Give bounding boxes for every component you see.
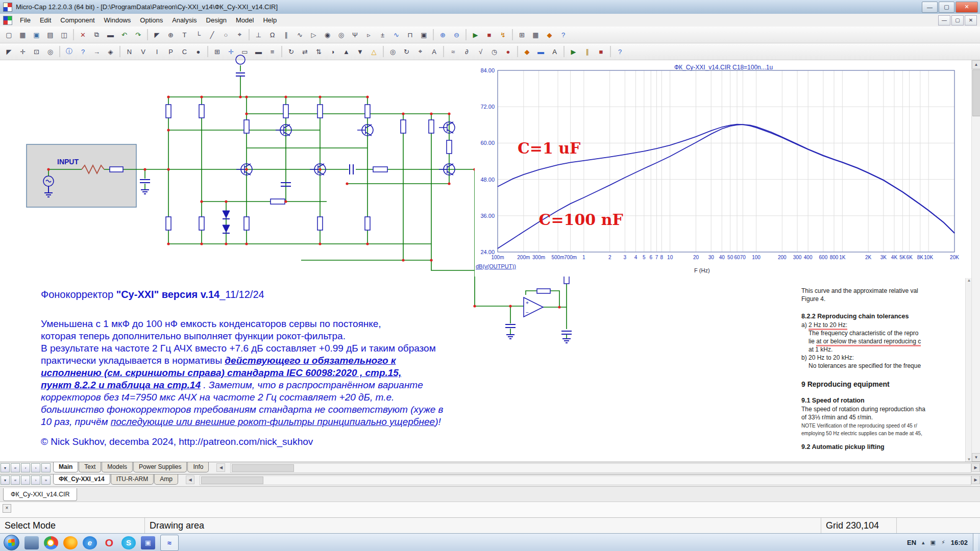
node-voltages-icon[interactable]: V (136, 45, 150, 59)
battery-component-icon[interactable]: ± (376, 28, 389, 42)
pause-icon[interactable]: ∥ (580, 45, 594, 59)
help-contents-icon[interactable]: ? (613, 45, 627, 59)
crosshair-icon[interactable]: ✛ (224, 45, 238, 59)
sine-source-component-icon[interactable]: ∿ (389, 28, 403, 42)
print-preview-icon[interactable]: ◫ (57, 28, 71, 42)
undo-icon[interactable]: ↶ (117, 28, 131, 42)
node-numbers-icon[interactable]: N (122, 45, 136, 59)
component-mode-icon[interactable]: ⊕ (164, 28, 178, 42)
probe-icon[interactable]: ↯ (496, 28, 510, 42)
mirror-horizontal-icon[interactable]: ⇄ (298, 45, 312, 59)
flip-icon[interactable]: ◑ (326, 45, 339, 59)
skype-icon[interactable]: S (121, 536, 136, 549)
tab-Main[interactable]: Main (53, 462, 78, 472)
point-to-point-icon[interactable]: → (90, 45, 104, 59)
border-toggle-icon[interactable]: ▦ (529, 28, 543, 42)
menu-help[interactable]: Help (258, 15, 281, 26)
tab-list-dropdown[interactable]: ▾ (1, 463, 10, 472)
scroll-up-icon[interactable]: ▲ (967, 278, 971, 283)
menu-model[interactable]: Model (231, 15, 258, 26)
help-icon[interactable]: ? (556, 28, 570, 42)
step-up-icon[interactable]: ▲ (339, 45, 353, 59)
tab-scroll-first[interactable]: « (11, 475, 20, 485)
goto-flag-icon[interactable]: ⌖ (413, 45, 427, 59)
tab-scroll-last[interactable]: » (41, 463, 51, 472)
menu-component[interactable]: Component (56, 15, 99, 26)
zoom-out-icon[interactable]: ⊖ (450, 28, 463, 42)
pulse-source-component-icon[interactable]: ⊓ (403, 28, 417, 42)
run-icon[interactable]: ▶ (567, 45, 580, 59)
title-block-icon[interactable]: ▬ (252, 45, 265, 59)
color-settings-icon[interactable]: ◆ (543, 28, 556, 42)
stepping-icon[interactable]: ≈ (446, 45, 460, 59)
mdi-close-button[interactable]: ✕ (965, 15, 977, 26)
info-mode-icon[interactable]: ⓘ (62, 45, 76, 59)
horizontal-scrollbar[interactable] (200, 475, 971, 485)
font-settings-icon[interactable]: A (548, 45, 561, 59)
tab-scroll-next[interactable]: › (31, 475, 40, 485)
display-icon[interactable]: ▣ (930, 539, 936, 546)
scroll-left-icon[interactable]: ◀ (186, 475, 194, 484)
chart-trace-label[interactable]: dB(v(OUTPUT)) (476, 263, 516, 269)
redo-icon[interactable]: ↷ (131, 28, 145, 42)
pnp-transistor-component-icon[interactable]: ◎ (334, 28, 348, 42)
close-button[interactable]: ✕ (955, 2, 978, 13)
mirror-vertical-icon[interactable]: ⇅ (312, 45, 326, 59)
close-icon[interactable]: × (3, 504, 11, 513)
microcap-icon[interactable]: ≈ (160, 535, 179, 551)
tab-Power Supplies[interactable]: Power Supplies (133, 462, 187, 472)
tab-scroll-last[interactable]: » (41, 475, 51, 485)
chrome-icon[interactable] (44, 536, 58, 549)
text-attributes-icon[interactable]: A (427, 45, 441, 59)
scroll-right-icon[interactable]: ▶ (971, 463, 980, 472)
save-file-icon[interactable]: ▣ (30, 28, 43, 42)
start-button[interactable] (4, 535, 19, 550)
show-desktop-button[interactable] (973, 534, 978, 551)
menu-windows[interactable]: Windows (100, 15, 136, 26)
region-select-icon[interactable]: ◈ (104, 45, 117, 59)
tab-ФК_Cy-XXI_v14[interactable]: ФК_Cy-XXI_v14 (53, 474, 110, 485)
npn-transistor-component-icon[interactable]: ◉ (321, 28, 334, 42)
grid-toggle-icon[interactable]: ⊞ (515, 28, 529, 42)
node-currents-icon[interactable]: I (150, 45, 164, 59)
clock[interactable]: 16:02 (951, 539, 968, 546)
scrollbar-thumb[interactable] (201, 477, 263, 484)
ground-component-icon[interactable]: ⊥ (252, 28, 265, 42)
new-file-icon[interactable]: ▢ (2, 28, 16, 42)
page-border-icon[interactable]: ▭ (238, 45, 252, 59)
tab-scroll-next[interactable]: › (31, 463, 40, 472)
save-icon[interactable]: ▣ (141, 536, 155, 549)
menu-options[interactable]: Options (135, 15, 167, 26)
cut-icon[interactable]: ✕ (76, 28, 90, 42)
pin-connections-icon[interactable]: ● (191, 45, 205, 59)
fill-color-icon[interactable]: ◆ (520, 45, 534, 59)
breakpoint-icon[interactable]: ● (501, 45, 515, 59)
analysis-plot[interactable]: ФК_Cy-XXI_v14.CIR C18=100n...1u 100m200m… (475, 63, 972, 277)
internet-explorer-icon[interactable]: e (83, 536, 97, 549)
rotate-icon[interactable]: ↻ (284, 45, 298, 59)
diagonal-wire-mode-icon[interactable]: ╱ (205, 28, 219, 42)
select-mode-icon[interactable]: ◤ (150, 28, 164, 42)
tab-scroll-prev[interactable]: ‹ (21, 463, 30, 472)
resistor-component-icon[interactable]: Ω (265, 28, 279, 42)
find-icon[interactable]: ◎ (386, 45, 400, 59)
macro-component-icon[interactable]: ▣ (417, 28, 431, 42)
scrollbar-thumb[interactable] (972, 69, 980, 116)
tab-Amp[interactable]: Amp (154, 474, 178, 485)
mdi-restore-button[interactable]: ▢ (951, 15, 964, 26)
language-indicator[interactable]: EN (907, 539, 916, 546)
tab-Models[interactable]: Models (102, 462, 133, 472)
vertical-scrollbar[interactable]: ▲ ▼ (971, 60, 980, 462)
pin-conditions-icon[interactable]: C (178, 45, 191, 59)
paste-icon[interactable]: ▬ (104, 28, 117, 42)
open-file-icon[interactable]: ▦ (16, 28, 30, 42)
scroll-right-icon[interactable]: ▶ (971, 475, 980, 484)
tab-scroll-prev[interactable]: ‹ (21, 475, 30, 485)
scroll-left-icon[interactable]: ◀ (216, 463, 225, 472)
ruler-icon[interactable]: ≡ (265, 45, 279, 59)
maximize-button[interactable]: ▢ (939, 2, 954, 13)
scroll-down-icon[interactable]: ▼ (967, 457, 971, 462)
step-down-icon[interactable]: ▼ (353, 45, 367, 59)
tab-Text[interactable]: Text (79, 462, 101, 472)
stop-icon[interactable]: ■ (594, 45, 608, 59)
